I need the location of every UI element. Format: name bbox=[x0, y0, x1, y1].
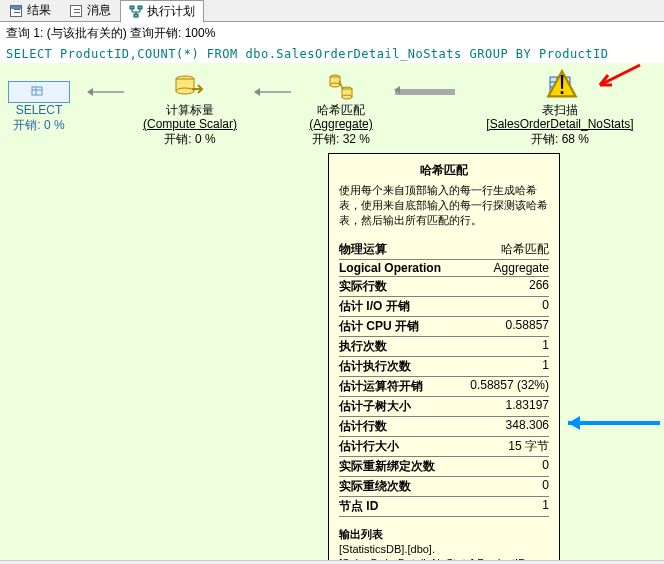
node-sublabel: (Aggregate) bbox=[296, 117, 386, 131]
svg-point-8 bbox=[176, 88, 194, 94]
tooltip-row: Logical OperationAggregate bbox=[339, 260, 549, 277]
tab-plan-label: 执行计划 bbox=[147, 3, 195, 20]
tooltip-row: 物理运算哈希匹配 bbox=[339, 240, 549, 260]
tooltip-row: 估计子树大小1.83197 bbox=[339, 397, 549, 417]
status-bar: ✓ 查询已成功执行。 bbox=[0, 560, 664, 564]
plan-node-hash-match[interactable]: 哈希匹配 (Aggregate) 开销: 32 % bbox=[296, 71, 386, 148]
node-label: SELECT bbox=[8, 103, 70, 117]
tooltip-output-label: 输出列表 bbox=[339, 527, 549, 542]
warning-icon: ! bbox=[546, 69, 578, 101]
tooltip-row: 实际行数266 bbox=[339, 277, 549, 297]
svg-rect-1 bbox=[138, 6, 142, 9]
svg-point-14 bbox=[342, 95, 352, 99]
operator-tooltip: 哈希匹配 使用每个来自顶部输入的每一行生成哈希表，使用来自底部输入的每一行探测该… bbox=[328, 153, 560, 560]
svg-point-11 bbox=[330, 83, 340, 87]
tooltip-row: 估计执行次数1 bbox=[339, 357, 549, 377]
compute-scalar-icon bbox=[174, 71, 206, 103]
tooltip-row: 实际重绕次数0 bbox=[339, 477, 549, 497]
tab-messages-label: 消息 bbox=[87, 2, 111, 19]
node-cost: 开销: 0 % bbox=[130, 131, 250, 148]
grid-icon bbox=[9, 4, 23, 18]
node-label: 哈希匹配 bbox=[296, 103, 386, 117]
node-label: 表扫描 bbox=[460, 103, 660, 117]
tab-messages[interactable]: 消息 bbox=[60, 0, 120, 22]
tab-results-label: 结果 bbox=[27, 2, 51, 19]
plan-arrow bbox=[255, 91, 291, 93]
tab-execution-plan[interactable]: 执行计划 bbox=[120, 0, 204, 23]
tab-bar: 结果 消息 执行计划 bbox=[0, 0, 664, 22]
tooltip-row: 实际重新绑定次数0 bbox=[339, 457, 549, 477]
plan-arrow bbox=[88, 91, 124, 93]
plan-node-select[interactable]: SELECT 开销: 0 % bbox=[8, 81, 70, 134]
svg-rect-3 bbox=[32, 87, 42, 95]
select-icon bbox=[8, 81, 70, 103]
node-sublabel: [SalesOrderDetail_NoStats] bbox=[460, 117, 660, 131]
node-cost: 开销: 32 % bbox=[296, 131, 386, 148]
blue-annotation-arrow bbox=[562, 413, 662, 433]
plan-arrow bbox=[395, 89, 455, 95]
svg-rect-0 bbox=[130, 6, 134, 9]
message-icon bbox=[69, 4, 83, 18]
tooltip-description: 使用每个来自顶部输入的每一行生成哈希表，使用来自底部输入的每一行探测该哈希表，然… bbox=[339, 183, 549, 228]
plan-icon bbox=[129, 5, 143, 19]
plan-node-compute-scalar[interactable]: 计算标量 (Compute Scalar) 开销: 0 % bbox=[130, 71, 250, 148]
node-cost: 开销: 68 % bbox=[460, 131, 660, 148]
sql-statement: SELECT ProductID,COUNT(*) FROM dbo.Sales… bbox=[0, 45, 664, 63]
svg-rect-2 bbox=[134, 14, 138, 17]
tooltip-output-text: [StatisticsDB].[dbo].[SalesOrderDetail_N… bbox=[339, 542, 549, 560]
hash-match-icon bbox=[325, 71, 357, 103]
tooltip-row: 估计行大小15 字节 bbox=[339, 437, 549, 457]
execution-plan-canvas[interactable]: SELECT 开销: 0 % 计算标量 (Compute Scalar) 开销:… bbox=[0, 63, 664, 560]
node-cost: 开销: 0 % bbox=[8, 117, 70, 134]
tooltip-title: 哈希匹配 bbox=[339, 162, 549, 179]
tooltip-properties: 物理运算哈希匹配Logical OperationAggregate实际行数26… bbox=[339, 240, 549, 517]
tooltip-row: 节点 ID1 bbox=[339, 497, 549, 517]
tooltip-row: 估计 CPU 开销0.58857 bbox=[339, 317, 549, 337]
node-sublabel: (Compute Scalar) bbox=[130, 117, 250, 131]
tooltip-row: 估计行数348.306 bbox=[339, 417, 549, 437]
table-scan-icon: ! bbox=[544, 71, 576, 103]
tooltip-row: 估计运算符开销0.58857 (32%) bbox=[339, 377, 549, 397]
tooltip-row: 执行次数1 bbox=[339, 337, 549, 357]
svg-text:!: ! bbox=[558, 69, 566, 100]
query-header: 查询 1: (与该批有关的) 查询开销: 100% bbox=[0, 22, 664, 45]
tooltip-row: 估计 I/O 开销0 bbox=[339, 297, 549, 317]
tab-results[interactable]: 结果 bbox=[0, 0, 60, 22]
node-label: 计算标量 bbox=[130, 103, 250, 117]
red-annotation-arrow bbox=[590, 63, 650, 93]
